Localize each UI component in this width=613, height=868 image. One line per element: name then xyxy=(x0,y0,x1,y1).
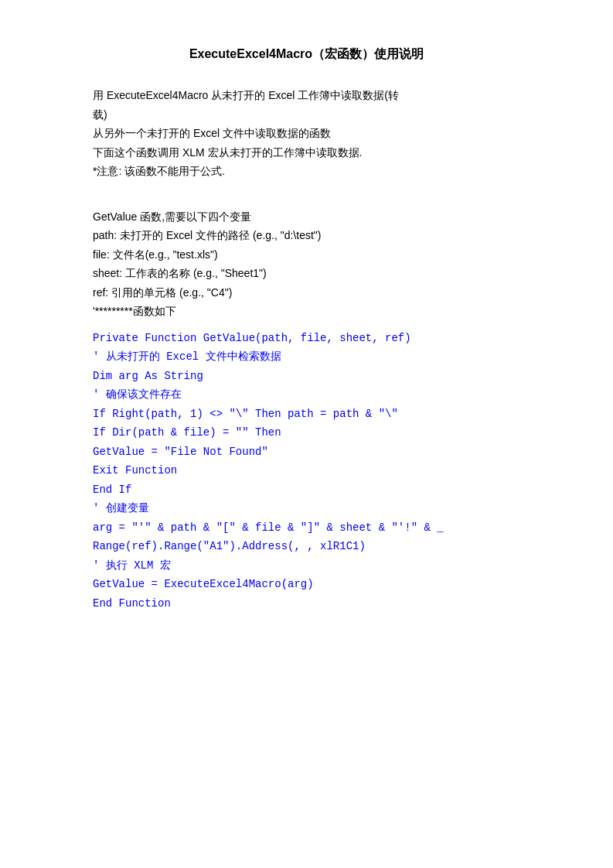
code-line-1: Private Function GetValue(path, file, sh… xyxy=(62,329,551,348)
code-line-4: ' 确保该文件存在 xyxy=(62,385,551,405)
code-line-11: arg = "'" & path & "[" & file & "]" & sh… xyxy=(62,518,551,538)
param-file: file: 文件名(e.g., "test.xls") xyxy=(62,245,551,265)
param-ref: ref: 引用的单元格 (e.g., "C4") xyxy=(62,283,551,302)
desc-line-3: *注意: 该函数不能用于公式. xyxy=(62,162,551,181)
code-line-15: End Function xyxy=(62,594,551,613)
desc-line-2: 下面这个函数调用 XLM 宏从未打开的工作簿中读取数据. xyxy=(62,143,551,162)
page-title: ExecuteExcel4Macro（宏函数）使用说明 xyxy=(62,46,551,63)
intro-text-1b: 载) xyxy=(93,108,107,121)
code-line-13: ' 执行 XLM 宏 xyxy=(62,556,551,576)
param-intro: GetValue 函数,需要以下四个变量 xyxy=(62,207,551,227)
code-line-9: End If xyxy=(62,480,551,500)
code-line-10: ' 创建变量 xyxy=(62,499,551,518)
intro-text-1: 用 ExecuteExcel4Macro 从未打开的 Excel 工作簿中读取数… xyxy=(93,89,399,101)
code-line-5: If Right(path, 1) <> "\" Then path = pat… xyxy=(62,405,551,424)
code-line-8: Exit Function xyxy=(62,461,551,480)
param-sheet: sheet: 工作表的名称 (e.g., "Sheet1") xyxy=(62,264,551,283)
code-line-3: Dim arg As String xyxy=(62,367,551,386)
code-line-7: GetValue = "File Not Found" xyxy=(62,443,551,462)
code-line-2: ' 从未打开的 Excel 文件中检索数据 xyxy=(62,347,551,367)
desc-line-1: 从另外一个未打开的 Excel 文件中读取数据的函数 xyxy=(62,124,551,143)
code-line-14: GetValue = ExecuteExcel4Macro(arg) xyxy=(62,575,551,594)
param-note: '*********函数如下 xyxy=(62,302,551,321)
param-path: path: 未打开的 Excel 文件的路径 (e.g., "d:\test") xyxy=(62,226,551,245)
code-line-6: If Dir(path & file) = "" Then xyxy=(62,423,551,443)
code-line-12: Range(ref).Range("A1").Address(, , xlR1C… xyxy=(62,537,551,556)
